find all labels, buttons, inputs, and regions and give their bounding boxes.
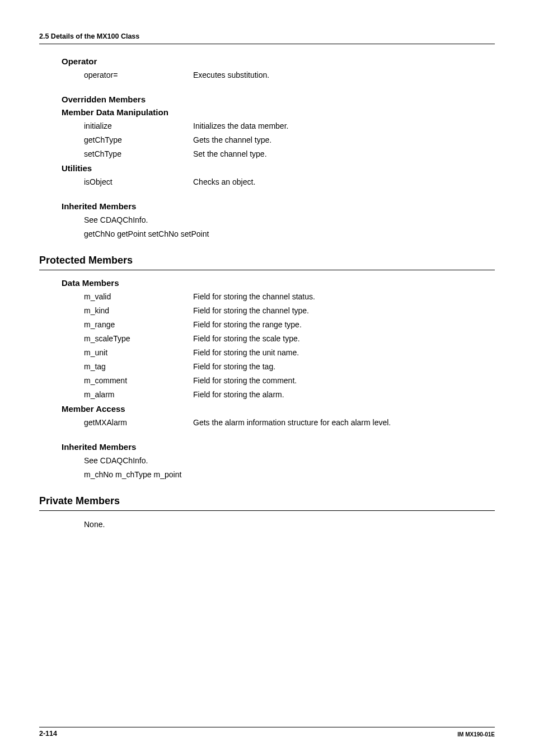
term: m_scaleType xyxy=(84,333,193,345)
inherited-heading: Inherited Members xyxy=(62,442,495,452)
definition-row: getChType Gets the channel type. xyxy=(84,134,495,146)
definition-row: m_range Field for storing the range type… xyxy=(84,319,495,331)
protected-heading: Protected Members xyxy=(39,255,495,266)
definition: Initializes the data member. xyxy=(193,120,495,132)
header-rule xyxy=(39,44,495,44)
private-heading: Private Members xyxy=(39,495,495,507)
term: isObject xyxy=(84,176,193,188)
definition-row: m_alarm Field for storing the alarm. xyxy=(84,389,495,401)
term: m_alarm xyxy=(84,389,193,401)
section-rule xyxy=(39,510,495,511)
page-number: 2-114 xyxy=(39,730,57,738)
body-text: getChNo getPoint setChNo setPoint xyxy=(84,228,495,240)
body-text: See CDAQChInfo. xyxy=(84,455,495,467)
definition-row: isObject Checks an object. xyxy=(84,176,495,188)
definition: Field for storing the unit name. xyxy=(193,347,495,359)
definition-row: m_tag Field for storing the tag. xyxy=(84,361,495,373)
definition: Field for storing the tag. xyxy=(193,361,495,373)
definition-row: m_unit Field for storing the unit name. xyxy=(84,347,495,359)
definition: Checks an object. xyxy=(193,176,495,188)
definition-row: getMXAlarm Gets the alarm information st… xyxy=(84,417,495,429)
utilities-heading: Utilities xyxy=(62,163,495,173)
section-rule xyxy=(39,270,495,270)
inherited-heading: Inherited Members xyxy=(62,201,495,211)
definition: Field for storing the scale type. xyxy=(193,333,495,345)
definition-row: setChType Set the channel type. xyxy=(84,148,495,160)
term: m_comment xyxy=(84,375,193,387)
definition-row: operator= Executes substitution. xyxy=(84,69,495,81)
operator-heading: Operator xyxy=(62,57,495,66)
definition: Gets the channel type. xyxy=(193,134,495,146)
term: initialize xyxy=(84,120,193,132)
body-text: See CDAQChInfo. xyxy=(84,214,495,226)
term: operator= xyxy=(84,69,193,81)
definition: Executes substitution. xyxy=(193,69,495,81)
overridden-heading: Overridden Members xyxy=(62,95,495,104)
definition: Set the channel type. xyxy=(193,148,495,160)
member-access-heading: Member Access xyxy=(62,404,495,414)
body-text: m_chNo m_chType m_point xyxy=(84,469,495,481)
term: m_tag xyxy=(84,361,193,373)
term: m_range xyxy=(84,319,193,331)
definition-row: initialize Initializes the data member. xyxy=(84,120,495,132)
definition: Field for storing the range type. xyxy=(193,319,495,331)
definition-row: m_kind Field for storing the channel typ… xyxy=(84,305,495,317)
definition: Field for storing the alarm. xyxy=(193,389,495,401)
term: m_valid xyxy=(84,291,193,303)
definition: Field for storing the channel type. xyxy=(193,305,495,317)
term: getChType xyxy=(84,134,193,146)
page-footer: 2-114 IM MX190-01E xyxy=(39,727,495,738)
page-header: 2.5 Details of the MX100 Class xyxy=(39,32,495,40)
definition: Field for storing the comment. xyxy=(193,375,495,387)
definition-row: m_scaleType Field for storing the scale … xyxy=(84,333,495,345)
definition: Gets the alarm information structure for… xyxy=(193,417,495,429)
definition-row: m_comment Field for storing the comment. xyxy=(84,375,495,387)
member-data-manip-heading: Member Data Manipulation xyxy=(62,107,495,117)
body-text: None. xyxy=(84,519,495,530)
data-members-heading: Data Members xyxy=(62,278,495,288)
term: setChType xyxy=(84,148,193,160)
definition: Field for storing the channel status. xyxy=(193,291,495,303)
doc-id: IM MX190-01E xyxy=(457,731,495,738)
term: getMXAlarm xyxy=(84,417,193,429)
definition-row: m_valid Field for storing the channel st… xyxy=(84,291,495,303)
term: m_kind xyxy=(84,305,193,317)
term: m_unit xyxy=(84,347,193,359)
